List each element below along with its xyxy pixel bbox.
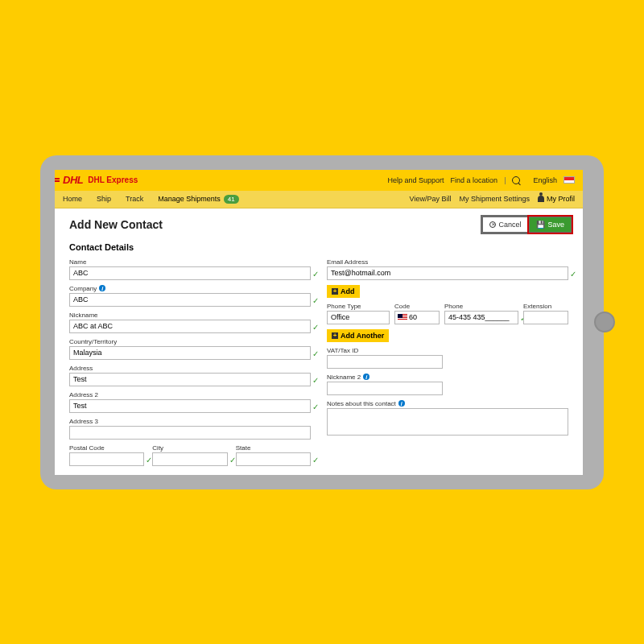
- nickname2-label: Nickname 2 i: [327, 374, 443, 381]
- title-bar: Add New Contact Cancel 💾 Save: [64, 208, 573, 239]
- field-email: Email Address ✓: [327, 258, 568, 280]
- field-address: Address ✓: [69, 365, 311, 386]
- field-name: Name ✓: [69, 258, 311, 280]
- code-input-wrap: [394, 311, 440, 324]
- form-right-column: Email Address ✓ + Add Phone Type Office: [327, 258, 568, 466]
- form: Name ✓ Company i ✓ Nickname: [64, 258, 573, 466]
- postal-input[interactable]: [69, 452, 144, 466]
- field-city: City ✓: [152, 444, 227, 466]
- postal-city-state-row: Postal Code ✓ City ✓ State ✓: [69, 444, 311, 466]
- field-address3: Address 3: [69, 418, 311, 440]
- field-phone-type: Phone Type Office: [327, 303, 390, 324]
- code-input[interactable]: [409, 312, 431, 324]
- save-label: Save: [547, 221, 564, 229]
- nickname2-input[interactable]: [327, 382, 443, 395]
- field-company: Company i ✓: [69, 285, 311, 307]
- my-profile-label: My Profil: [547, 195, 575, 203]
- field-notes: Notes about this contact i: [327, 400, 568, 436]
- nav-track[interactable]: Track: [126, 195, 143, 203]
- check-icon: ✓: [312, 296, 319, 305]
- check-icon: ✓: [312, 456, 319, 464]
- ext-input[interactable]: [523, 311, 568, 324]
- flag-icon: [564, 176, 575, 184]
- company-input[interactable]: [69, 293, 311, 307]
- name-label: Name: [69, 258, 311, 266]
- state-input[interactable]: [236, 452, 311, 466]
- phone-label: Phone: [444, 303, 518, 310]
- address2-input[interactable]: [69, 399, 311, 413]
- address-input[interactable]: [69, 373, 311, 386]
- vat-label: VAT/Tax ID: [327, 347, 443, 354]
- check-icon: ✓: [312, 270, 319, 279]
- address2-label: Address 2: [69, 391, 311, 398]
- dhl-logo: DHL: [63, 174, 83, 186]
- nickname-label: Nickname: [69, 312, 311, 319]
- top-bar: DHL DHL Express Help and Support Find a …: [55, 170, 583, 191]
- phone-input[interactable]: [444, 311, 518, 324]
- search-icon[interactable]: [512, 176, 520, 184]
- notes-label: Notes about this contact i: [327, 400, 568, 407]
- check-icon: ✓: [570, 270, 576, 279]
- city-input[interactable]: [152, 452, 227, 466]
- cancel-icon: [489, 221, 496, 228]
- page-title: Add New Contact: [69, 218, 163, 231]
- email-label: Email Address: [327, 258, 568, 266]
- language-selector[interactable]: English: [533, 176, 557, 184]
- cancel-button[interactable]: Cancel: [483, 217, 527, 232]
- my-profile[interactable]: My Profil: [538, 195, 575, 203]
- nickname-input[interactable]: [69, 320, 311, 333]
- field-extension: Extension: [523, 303, 568, 324]
- nav-ship[interactable]: Ship: [97, 195, 111, 203]
- action-bar: Cancel 💾 Save: [481, 215, 573, 234]
- find-location-link[interactable]: Find a location: [451, 176, 498, 184]
- check-icon: ✓: [312, 349, 319, 358]
- add-email-button[interactable]: + Add: [327, 285, 360, 298]
- check-icon: ✓: [312, 402, 319, 411]
- info-icon[interactable]: i: [363, 374, 369, 380]
- add-another-button[interactable]: + Add Another: [327, 329, 389, 342]
- view-pay-bill[interactable]: View/Pay Bill: [410, 195, 452, 203]
- email-input[interactable]: [327, 266, 568, 280]
- vat-input[interactable]: [327, 355, 443, 369]
- plus-icon: +: [332, 288, 338, 295]
- form-left-column: Name ✓ Company i ✓ Nickname: [69, 258, 311, 466]
- field-nickname: Nickname ✓: [69, 312, 311, 333]
- nav-home[interactable]: Home: [63, 195, 82, 203]
- field-country: Country/Territory ✓: [69, 338, 311, 360]
- country-input[interactable]: [69, 346, 311, 360]
- info-icon[interactable]: i: [99, 285, 105, 291]
- content: Add New Contact Cancel 💾 Save Contact De…: [55, 208, 583, 475]
- section-title: Contact Details: [64, 239, 573, 258]
- save-button[interactable]: 💾 Save: [530, 217, 571, 232]
- postal-label: Postal Code: [69, 444, 144, 452]
- info-icon[interactable]: i: [398, 400, 405, 407]
- ext-label: Extension: [523, 303, 568, 310]
- address-label: Address: [69, 365, 311, 372]
- field-code: Code: [394, 303, 440, 324]
- tablet-home-button: [594, 312, 615, 332]
- product-name: DHL Express: [88, 175, 138, 184]
- field-nickname2: Nickname 2 i: [327, 374, 443, 395]
- phone-type-select[interactable]: Office: [327, 311, 390, 324]
- check-icon: ✓: [229, 456, 236, 464]
- add-another-label: Add Another: [341, 332, 384, 340]
- cancel-label: Cancel: [498, 221, 521, 229]
- notes-input[interactable]: [327, 408, 568, 436]
- field-phone: Phone ✓: [444, 303, 518, 324]
- app-screen: DHL DHL Express Help and Support Find a …: [55, 170, 583, 475]
- check-icon: ✓: [146, 456, 152, 464]
- nav-manage[interactable]: Manage Shipments 41: [158, 195, 238, 204]
- nav-left: Home Ship Track Manage Shipments 41: [63, 195, 239, 204]
- tablet-frame: DHL DHL Express Help and Support Find a …: [40, 155, 604, 489]
- field-state: State ✓: [236, 444, 311, 466]
- help-link[interactable]: Help and Support: [388, 176, 444, 184]
- company-label: Company i: [69, 285, 311, 292]
- name-input[interactable]: [69, 266, 311, 280]
- phone-type-label: Phone Type: [327, 303, 390, 310]
- flag-my-icon: [398, 314, 407, 320]
- address3-label: Address 3: [69, 418, 311, 425]
- shipment-settings[interactable]: My Shipment Settings: [459, 195, 530, 203]
- city-label: City: [152, 444, 227, 452]
- address3-input[interactable]: [69, 426, 311, 440]
- brand: DHL DHL Express: [63, 174, 138, 186]
